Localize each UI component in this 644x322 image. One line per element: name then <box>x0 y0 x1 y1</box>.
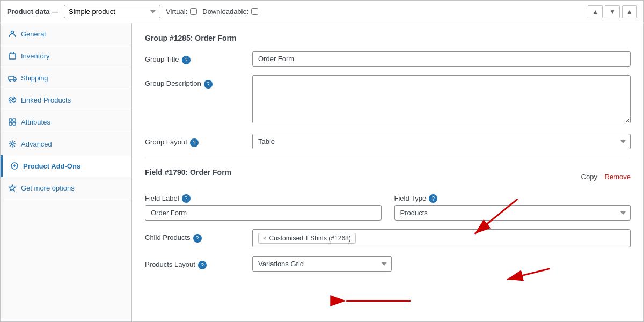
group-description-input[interactable] <box>252 75 631 123</box>
products-layout-help-icon[interactable]: ? <box>198 261 207 269</box>
group-title-input[interactable] <box>252 51 631 67</box>
field-type-select[interactable]: Products Text Checkbox Select Textarea <box>394 205 631 221</box>
group-layout-field: Table Grid List <box>252 134 631 149</box>
svg-rect-5 <box>9 119 12 121</box>
products-layout-select[interactable]: Variations Grid Table Grid List <box>252 256 392 272</box>
group-layout-row: Group Layout ? Table Grid List <box>145 134 631 149</box>
group-layout-help-icon[interactable]: ? <box>190 138 199 147</box>
sidebar: General Inventory Shipping Linked Produc… <box>1 23 132 321</box>
product-data-body: General Inventory Shipping Linked Produc… <box>1 23 643 321</box>
star-icon <box>8 184 17 192</box>
field-label-label: Field Label ? <box>145 194 382 203</box>
sidebar-item-linked-products-label: Linked Products <box>21 96 71 104</box>
sidebar-item-attributes[interactable]: Attributes <box>1 111 131 133</box>
collapse-up-button[interactable]: ▲ <box>588 5 603 18</box>
group-description-help-icon[interactable]: ? <box>204 80 213 89</box>
sidebar-item-advanced[interactable]: Advanced <box>1 133 131 155</box>
sidebar-item-general-label: General <box>21 30 46 38</box>
group-description-field <box>252 75 631 125</box>
downloadable-checkbox[interactable] <box>251 8 258 15</box>
group-description-row: Group Description ? <box>145 75 631 125</box>
svg-rect-6 <box>13 119 16 121</box>
sidebar-item-product-add-ons[interactable]: Product Add-Ons <box>1 155 131 177</box>
products-layout-row: Products Layout ? Variations Grid Table … <box>145 256 631 272</box>
sidebar-item-inventory[interactable]: Inventory <box>1 45 131 67</box>
group-title-label: Group Title ? <box>145 51 252 64</box>
products-layout-label: Products Layout ? <box>145 256 252 269</box>
inventory-icon <box>8 52 17 60</box>
collapse-close-button[interactable]: ▲ <box>622 5 637 18</box>
sidebar-item-shipping-label: Shipping <box>21 74 48 82</box>
child-products-tag-input[interactable]: × Customised T Shirts (#1268) <box>252 229 631 247</box>
group-title-field <box>252 51 631 67</box>
virtual-checkbox[interactable] <box>190 8 197 15</box>
tag-close-icon[interactable]: × <box>263 235 266 241</box>
child-products-field: × Customised T Shirts (#1268) <box>252 229 631 247</box>
copy-link[interactable]: Copy <box>581 173 597 181</box>
field-type-help-icon[interactable]: ? <box>429 194 437 203</box>
link-icon <box>8 96 17 104</box>
field-section-actions: Copy Remove <box>581 173 631 181</box>
field-label-type-row: Field Label ? Field Type ? Products Text <box>145 194 631 221</box>
field-section: Field #1790: Order Form Copy Remove Fiel… <box>145 158 631 272</box>
child-products-help-icon[interactable]: ? <box>193 234 202 243</box>
sidebar-item-inventory-label: Inventory <box>21 52 49 60</box>
sidebar-item-advanced-label: Advanced <box>21 140 52 148</box>
svg-rect-1 <box>9 54 16 59</box>
group-section-title: Group #1285: Order Form <box>145 34 631 42</box>
child-products-label: Child Products ? <box>145 229 252 243</box>
downloadable-label: Downloadable: <box>202 8 248 16</box>
svg-point-0 <box>11 31 14 34</box>
product-data-header: Product data — Simple product Variable p… <box>1 1 643 23</box>
field-section-title: Field #1790: Order Form <box>145 168 231 177</box>
product-data-label: Product data — <box>7 8 58 16</box>
attributes-icon <box>8 118 17 126</box>
sidebar-item-get-more-options-label: Get more options <box>21 184 75 192</box>
advanced-icon <box>8 140 17 148</box>
virtual-label: Virtual: <box>166 8 187 16</box>
sidebar-item-shipping[interactable]: Shipping <box>1 67 131 89</box>
svg-rect-2 <box>9 76 14 80</box>
sidebar-item-get-more-options[interactable]: Get more options <box>1 177 131 199</box>
product-type-select[interactable]: Simple product Variable product Grouped … <box>64 5 160 18</box>
svg-rect-8 <box>13 122 16 125</box>
sidebar-item-general[interactable]: General <box>1 23 131 45</box>
svg-point-4 <box>14 80 16 82</box>
addons-icon <box>10 162 19 170</box>
svg-point-9 <box>11 143 13 145</box>
sidebar-item-product-add-ons-label: Product Add-Ons <box>23 162 80 170</box>
shipping-icon <box>8 74 17 82</box>
virtual-group: Virtual: <box>166 8 197 16</box>
field-type-label: Field Type ? <box>394 194 631 203</box>
general-icon <box>8 30 17 38</box>
child-products-row: Child Products ? × Customised T Shirts (… <box>145 229 631 247</box>
group-title-help-icon[interactable]: ? <box>182 56 191 64</box>
sidebar-item-linked-products[interactable]: Linked Products <box>1 89 131 111</box>
child-products-tag: × Customised T Shirts (#1268) <box>258 233 356 244</box>
group-layout-select[interactable]: Table Grid List <box>252 134 631 149</box>
svg-point-3 <box>10 80 11 82</box>
collapse-down-button[interactable]: ▼ <box>605 5 620 18</box>
field-label-col: Field Label ? <box>145 194 382 221</box>
group-layout-label: Group Layout ? <box>145 134 252 147</box>
group-description-label: Group Description ? <box>145 75 252 89</box>
field-label-help-icon[interactable]: ? <box>182 194 191 203</box>
field-type-col: Field Type ? Products Text Checkbox Sele… <box>394 194 631 221</box>
field-section-header: Field #1790: Order Form Copy Remove <box>145 168 631 185</box>
sidebar-item-attributes-label: Attributes <box>21 118 50 126</box>
products-layout-field: Variations Grid Table Grid List <box>252 256 631 272</box>
svg-rect-7 <box>9 122 12 125</box>
group-section: Group #1285: Order Form Group Title ? Gr… <box>145 34 631 149</box>
downloadable-group: Downloadable: <box>202 8 258 16</box>
tag-label: Customised T Shirts (#1268) <box>269 235 350 242</box>
main-content: Group #1285: Order Form Group Title ? Gr… <box>132 23 643 321</box>
field-label-input[interactable] <box>145 205 382 221</box>
remove-link[interactable]: Remove <box>605 173 631 181</box>
group-title-row: Group Title ? <box>145 51 631 67</box>
header-controls: ▲ ▼ ▲ <box>588 5 637 18</box>
